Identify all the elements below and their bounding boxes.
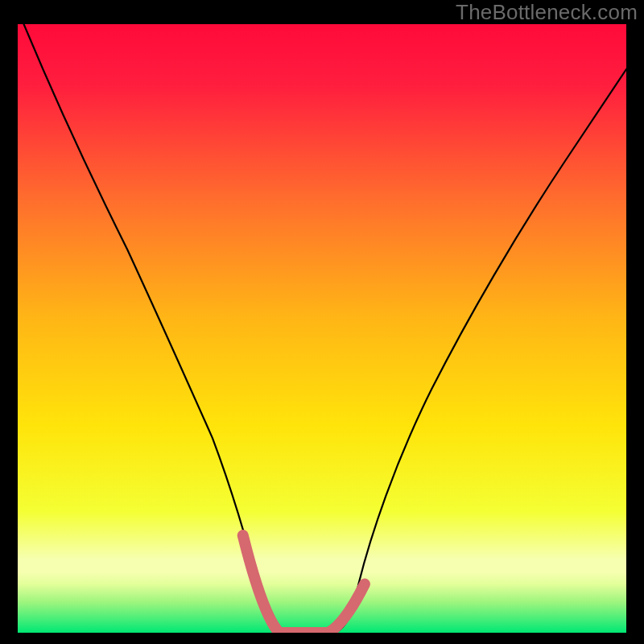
gradient-background xyxy=(18,24,626,633)
watermark-text: TheBottleneck.com xyxy=(456,0,638,25)
bottleneck-plot xyxy=(18,24,626,633)
chart-frame: TheBottleneck.com xyxy=(0,0,644,644)
